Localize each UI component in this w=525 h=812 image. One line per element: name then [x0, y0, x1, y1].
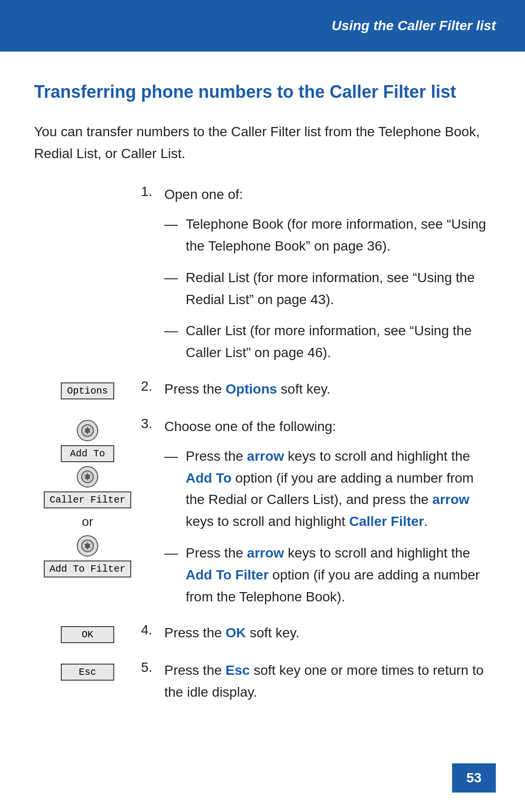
step-3-row: Add To Caller Filter or	[34, 416, 491, 608]
step-5-left: Esc	[34, 660, 141, 683]
step-2-text: Press the Options soft key.	[164, 379, 331, 400]
caller-filter-ui-element: Caller Filter	[44, 491, 131, 508]
step-3-left: Add To Caller Filter or	[34, 416, 141, 579]
arrow-highlight-1: arrow	[247, 449, 284, 464]
main-content: Transferring phone numbers to the Caller…	[0, 52, 525, 757]
arrow-icon-2	[77, 466, 98, 487]
step-1-left	[34, 184, 141, 186]
step-1-subbullets: — Telephone Book (for more information, …	[164, 214, 491, 364]
step-2-num: 2.	[141, 379, 164, 394]
arrow-svg-2	[81, 470, 94, 484]
sub-bullet-3a: — Press the arrow keys to scroll and hig…	[164, 446, 491, 533]
add-to-filter-highlight: Add To Filter	[186, 567, 269, 582]
arrow-icon-3	[77, 535, 98, 557]
step-3-subbullets: — Press the arrow keys to scroll and hig…	[164, 446, 491, 608]
step-5-row: Esc 5. Press the Esc soft key one or mor…	[34, 660, 491, 704]
arrow-svg-3	[81, 539, 94, 553]
step-4-right: 4. Press the OK soft key.	[141, 622, 491, 644]
add-to-filter-ui-element: Add To Filter	[44, 560, 131, 577]
arrow-highlight-2: arrow	[432, 492, 469, 507]
bullet-text-1b: Redial List (for more information, see “…	[186, 267, 491, 311]
esc-highlight: Esc	[226, 663, 250, 678]
or-text: or	[82, 514, 93, 529]
options-ui-element: Options	[61, 382, 114, 399]
step-3-number-line: 3. Choose one of the following:	[141, 416, 491, 438]
step-1-row: 1. Open one of: — Telephone Book (for mo…	[34, 184, 491, 364]
sub-bullet-1a: — Telephone Book (for more information, …	[164, 214, 491, 257]
step-4-num: 4.	[141, 622, 164, 638]
add-to-ui-element: Add To	[61, 445, 114, 462]
add-to-highlight: Add To	[186, 470, 231, 486]
step-5-num: 5.	[141, 660, 164, 675]
ok-ui-element: OK	[61, 626, 114, 643]
footer-page-number-box: 53	[452, 763, 496, 793]
step-2-left: Options	[34, 379, 141, 401]
sub-bullet-1c: — Caller List (for more information, see…	[164, 320, 491, 364]
bullet-text-3a: Press the arrow keys to scroll and highl…	[186, 446, 491, 533]
page-number: 53	[466, 770, 481, 786]
step-3-text: Choose one of the following:	[164, 416, 336, 438]
step-2-right: 2. Press the Options soft key.	[141, 379, 491, 400]
arrow-highlight-3: arrow	[247, 545, 284, 560]
dash-1a: —	[164, 214, 178, 235]
ok-highlight: OK	[226, 625, 246, 640]
step-2-row: Options 2. Press the Options soft key.	[34, 379, 491, 401]
arrow-svg-1	[81, 424, 94, 437]
dash-3b: —	[164, 542, 178, 564]
dash-1b: —	[164, 267, 178, 289]
intro-text: You can transfer numbers to the Caller F…	[34, 121, 491, 165]
header-bar: Using the Caller Filter list	[0, 0, 525, 52]
step-1-right: 1. Open one of: — Telephone Book (for mo…	[141, 184, 491, 364]
step-4-left: OK	[34, 622, 141, 645]
step-1-text: Open one of:	[164, 184, 243, 206]
esc-ui-element: Esc	[61, 664, 114, 681]
step-3-right: 3. Choose one of the following: — Press …	[141, 416, 491, 608]
caller-filter-highlight: Caller Filter	[349, 514, 424, 529]
step-2-number-line: 2. Press the Options soft key.	[141, 379, 491, 400]
step-3-num: 3.	[141, 416, 164, 432]
sub-bullet-1b: — Redial List (for more information, see…	[164, 267, 491, 311]
step-5-right: 5. Press the Esc soft key one or more ti…	[141, 660, 491, 704]
steps-area: 1. Open one of: — Telephone Book (for mo…	[34, 184, 491, 718]
step-5-number-line: 5. Press the Esc soft key one or more ti…	[141, 660, 491, 704]
header-title: Using the Caller Filter list	[332, 18, 496, 34]
bullet-text-1a: Telephone Book (for more information, se…	[186, 214, 491, 257]
step-4-text: Press the OK soft key.	[164, 622, 299, 644]
step-1-number-line: 1. Open one of:	[141, 184, 491, 206]
options-highlight: Options	[226, 381, 277, 397]
arrow-icon-1	[77, 420, 98, 441]
dash-1c: —	[164, 320, 178, 342]
step-4-number-line: 4. Press the OK soft key.	[141, 622, 491, 644]
bullet-text-1c: Caller List (for more information, see “…	[186, 320, 491, 364]
step-1-num: 1.	[141, 184, 164, 199]
section-heading: Transferring phone numbers to the Caller…	[34, 81, 491, 104]
step-4-row: OK 4. Press the OK soft key.	[34, 622, 491, 645]
dash-3a: —	[164, 446, 178, 468]
bullet-text-3b: Press the arrow keys to scroll and highl…	[186, 542, 491, 608]
step-5-text: Press the Esc soft key one or more times…	[164, 660, 491, 704]
sub-bullet-3b: — Press the arrow keys to scroll and hig…	[164, 542, 491, 608]
